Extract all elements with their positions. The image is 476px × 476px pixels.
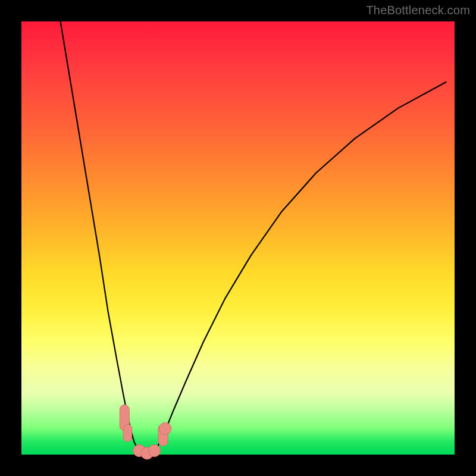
- data-marker: [159, 422, 171, 434]
- chart-frame: TheBottleneck.com: [0, 0, 476, 476]
- bottleneck-curve: [61, 21, 446, 454]
- plot-area: [21, 21, 455, 455]
- watermark-text: TheBottleneck.com: [366, 4, 470, 17]
- data-marker: [123, 424, 132, 441]
- marker-group: [120, 405, 171, 459]
- chart-svg: [21, 21, 455, 455]
- curve-group: [61, 21, 446, 454]
- data-marker: [148, 444, 160, 456]
